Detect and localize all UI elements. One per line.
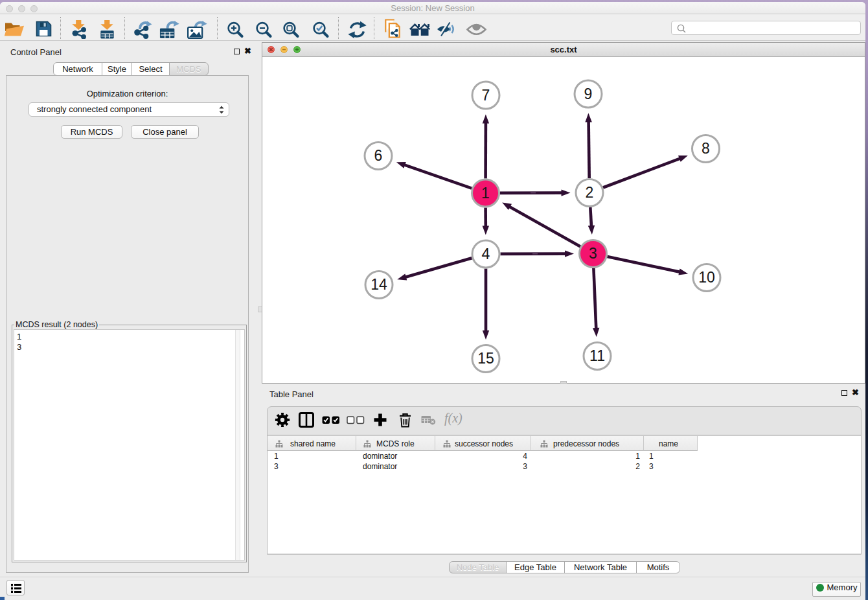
svg-text:1: 1 bbox=[481, 185, 490, 202]
svg-text:6: 6 bbox=[374, 147, 383, 164]
svg-text:2: 2 bbox=[586, 184, 594, 201]
svg-text:14: 14 bbox=[371, 276, 387, 293]
svg-text:11: 11 bbox=[589, 347, 605, 364]
svg-text:4: 4 bbox=[482, 246, 490, 262]
svg-text:15: 15 bbox=[477, 350, 494, 367]
svg-text:8: 8 bbox=[702, 140, 710, 157]
svg-text:3: 3 bbox=[589, 245, 597, 262]
svg-text:7: 7 bbox=[482, 87, 490, 104]
svg-text:10: 10 bbox=[698, 269, 715, 286]
svg-text:9: 9 bbox=[584, 86, 593, 102]
